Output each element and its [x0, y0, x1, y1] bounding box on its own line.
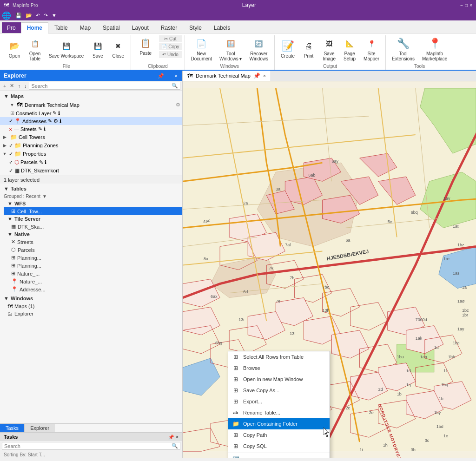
denmark-technical-map-item[interactable]: ▼ 🗺 Denmark Technical Map ⚙: [0, 100, 182, 109]
mapinfo-marketplace-button[interactable]: 📍 MapInfoMarketplace: [419, 36, 450, 63]
recover-windows-button[interactable]: 🔄 RecoverWindows: [246, 36, 271, 63]
explorer-settings-button[interactable]: ×: [174, 73, 178, 79]
properties-folder-icon: 📁: [14, 151, 21, 157]
cell-towers-item[interactable]: ▶ 📁 Cell Towers: [0, 133, 182, 141]
save-image-button[interactable]: 🖼 SaveImage: [319, 36, 339, 63]
create-button[interactable]: 📝 Create: [278, 38, 298, 60]
tasks-pin-btn[interactable]: 📌: [168, 435, 174, 440]
move-up-button[interactable]: ↑: [16, 83, 22, 89]
tab-home[interactable]: Home: [21, 22, 48, 33]
ctx-save-copy[interactable]: ⊞ Save Copy As...: [228, 385, 330, 396]
ctx-export[interactable]: ⊞ Export...: [228, 396, 330, 407]
tasks-close-btn[interactable]: ×: [176, 435, 178, 440]
save-workspace-button[interactable]: 💾 Save Workspace: [46, 38, 87, 60]
nature1-native-entry[interactable]: ⊞ Nature_...: [4, 270, 182, 277]
minimize-button[interactable]: −: [460, 3, 463, 8]
tasks-panel-title: Tasks: [4, 434, 18, 440]
ctx-open-folder[interactable]: 📁 Open Containing Folder: [228, 418, 330, 429]
tab-labels[interactable]: Labels: [208, 22, 236, 33]
addresses-native-entry[interactable]: 📍 Addresse...: [4, 285, 182, 293]
close-file-button[interactable]: ✖ Close: [108, 38, 128, 60]
cosmetic-layer-item[interactable]: ⊞ Cosmetic Layer ✎ ℹ: [0, 109, 182, 117]
tables-header[interactable]: ▼ Tables: [0, 184, 182, 193]
streets-item[interactable]: ✕ — Streets ✎ ℹ: [0, 125, 182, 133]
delete-item-button[interactable]: ✕: [8, 82, 15, 89]
open-table-button[interactable]: 📋 OpenTable: [25, 36, 45, 63]
properties-checkbox[interactable]: ✓: [9, 151, 13, 157]
tile-server-label[interactable]: ▼ Tile Server: [4, 215, 182, 223]
windows-header[interactable]: ▼ Windows: [0, 294, 182, 303]
page-setup-button[interactable]: 📐 PageSetup: [340, 36, 359, 63]
ctx-browse[interactable]: ⊞ Browse: [228, 362, 330, 374]
planning-zones-item[interactable]: ▶ ✓ 📁 Planning Zones: [0, 141, 182, 150]
ctx-copy-path[interactable]: ⊞ Copy Path: [228, 429, 330, 441]
maximize-button[interactable]: □: [465, 3, 468, 8]
explorer-window-entry[interactable]: 🗂 Explorer: [0, 310, 182, 317]
addresses-checkbox[interactable]: ✓: [9, 118, 13, 124]
ctx-open-new-map[interactable]: ⊞ Open in new Map Window: [228, 374, 330, 385]
map-tab-close-icon[interactable]: ×: [263, 73, 266, 79]
qa-open-button[interactable]: 📂: [24, 12, 33, 19]
close-button[interactable]: ×: [469, 3, 472, 8]
qa-custom-button[interactable]: ▼: [50, 12, 58, 19]
ctx-rename-icon: ab: [232, 409, 239, 416]
parcels-item[interactable]: ✓ ⬡ Parcels ✎ ℹ: [0, 158, 182, 166]
ctx-rename[interactable]: ab Rename Table...: [228, 407, 330, 418]
print-button[interactable]: 🖨 Print: [299, 38, 318, 60]
denmark-map-tab[interactable]: 🗺 Denmark Technical Map 📌 ×: [183, 71, 271, 81]
save-button[interactable]: 💾 Save: [88, 38, 107, 60]
tab-layout[interactable]: Layout: [126, 22, 155, 33]
properties-item[interactable]: ▼ ✓ 📁 Properties: [0, 150, 182, 158]
ctx-copy-sql[interactable]: ⊞ Copy SQL: [228, 441, 330, 452]
explorer-tab[interactable]: Explorer: [25, 424, 55, 432]
app-path: MapInfo Pro: [13, 3, 38, 8]
maps-window-entry[interactable]: 🗺 Maps (1): [0, 303, 182, 310]
dtk-skarmkort-item[interactable]: ✓ ▦ DTK_Skærmkort: [0, 166, 182, 175]
move-down-button[interactable]: ↓: [23, 83, 28, 89]
copy-button[interactable]: 📄 Copy: [159, 43, 181, 50]
tool-extensions-button[interactable]: 🔧 ToolExtensions: [389, 36, 418, 63]
addresses-item[interactable]: ✓ 📍 Addresses ✎ ⚙ ℹ: [0, 117, 182, 125]
site-mapper-button[interactable]: 📍 SiteMapper: [360, 36, 383, 63]
dtk-checkbox[interactable]: ✓: [9, 168, 13, 174]
tab-map[interactable]: Map: [74, 22, 97, 33]
tab-style[interactable]: Style: [183, 22, 208, 33]
ctx-select-all[interactable]: ⊞ Select All Rows from Table: [228, 351, 330, 362]
tab-spatial[interactable]: Spatial: [97, 22, 126, 33]
parcels-checkbox[interactable]: ✓: [9, 159, 13, 165]
undo-button[interactable]: ↶ Undo: [159, 51, 181, 58]
nature2-native-entry[interactable]: 📍 Nature_...: [4, 277, 182, 285]
tool-windows-button[interactable]: 🪟 ToolWindows ▾: [216, 36, 245, 63]
planning-zones-checkbox[interactable]: ✓: [9, 143, 13, 149]
explorer-minimize-button[interactable]: −: [167, 73, 172, 79]
planning1-native-entry[interactable]: ⊞ Planning...: [4, 254, 182, 262]
add-item-button[interactable]: +: [2, 83, 7, 89]
maps-header[interactable]: ▼ Maps: [0, 92, 182, 100]
parcels-native-entry[interactable]: ⬡ Parcels: [4, 246, 182, 254]
tab-pro[interactable]: Pro: [2, 22, 21, 33]
planning2-native-entry[interactable]: ⊞ Planning...: [4, 262, 182, 270]
grouped-recent[interactable]: Grouped : Recent ▼: [0, 193, 182, 200]
qa-redo-button[interactable]: ↷: [42, 12, 49, 19]
tab-table[interactable]: Table: [48, 22, 74, 33]
explorer-pin-button[interactable]: 📌: [157, 73, 165, 79]
dtk-table-entry[interactable]: ▦ DTK_Ska...: [4, 223, 182, 230]
cell-towers-table-entry[interactable]: ⊞ Cell_Tow...: [4, 207, 182, 215]
tile-table-icon: ▦: [11, 224, 16, 230]
streets-checkbox[interactable]: ✕: [9, 126, 13, 132]
map-canvas[interactable]: .map-bg { fill: #f5f0d8; } .road-main { …: [183, 81, 476, 458]
qa-save-button[interactable]: 💾: [14, 12, 23, 19]
new-document-button[interactable]: 📄 NewDocument: [188, 36, 216, 63]
wfs-label[interactable]: ▼ WFS: [4, 200, 182, 207]
ctx-refresh[interactable]: 🔄 Refresh: [228, 454, 330, 458]
qa-undo-button[interactable]: ↶: [34, 12, 41, 19]
open-button[interactable]: 📂 Open: [5, 38, 24, 60]
streets-native-entry[interactable]: ✕ Streets: [4, 238, 182, 246]
cut-button[interactable]: ✂ Cut: [159, 35, 181, 42]
tasks-tab[interactable]: Tasks: [0, 424, 25, 432]
native-label[interactable]: ▼ Native: [4, 230, 182, 238]
paste-button[interactable]: 📋 Paste: [134, 35, 157, 58]
tab-raster[interactable]: Raster: [155, 22, 183, 33]
explorer-search-input[interactable]: [31, 83, 172, 89]
tasks-search-input[interactable]: [4, 443, 172, 449]
